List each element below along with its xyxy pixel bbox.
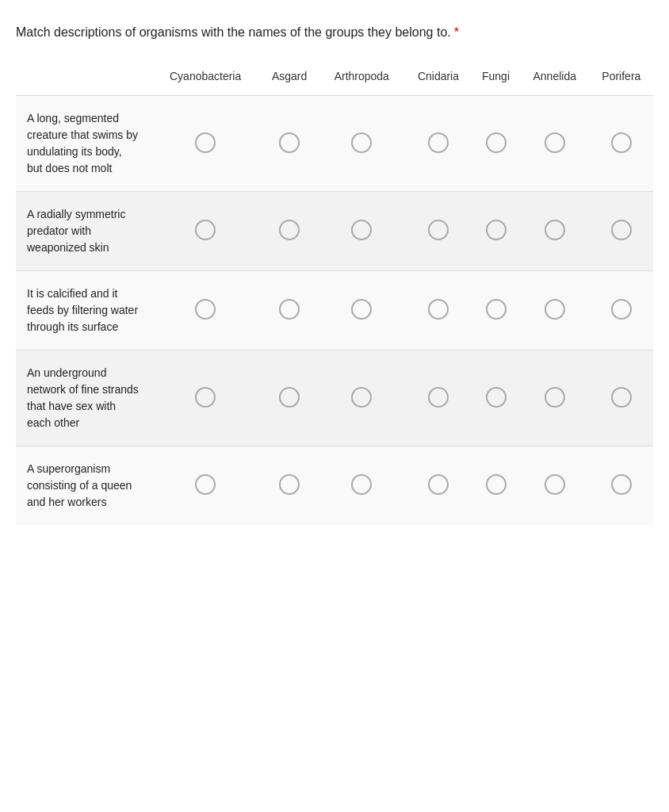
radio-2-arthropoda[interactable] bbox=[351, 220, 372, 240]
cell-1-4[interactable] bbox=[405, 96, 472, 192]
cell-3-3[interactable] bbox=[319, 271, 405, 350]
match-table: CyanobacteriaAsgardArthropodaCnidariaFun… bbox=[16, 63, 653, 525]
table-row: A radially symmetric predator with weapo… bbox=[16, 192, 653, 271]
radio-5-annelida[interactable] bbox=[545, 474, 565, 495]
column-header-arthropoda: Arthropoda bbox=[319, 63, 405, 96]
cell-2-3[interactable] bbox=[319, 192, 405, 271]
cell-5-6[interactable] bbox=[520, 446, 590, 526]
column-header-annelida: Annelida bbox=[520, 63, 590, 96]
cell-1-5[interactable] bbox=[472, 96, 520, 192]
column-header-cyanobacteria: Cyanobacteria bbox=[151, 63, 260, 96]
table-row: An underground network of fine strands t… bbox=[16, 350, 653, 446]
cell-5-2[interactable] bbox=[260, 446, 319, 526]
cell-4-7[interactable] bbox=[590, 350, 653, 446]
radio-5-asgard[interactable] bbox=[279, 474, 300, 495]
cell-2-7[interactable] bbox=[590, 192, 653, 271]
radio-2-cnidaria[interactable] bbox=[428, 220, 449, 240]
radio-2-fungi[interactable] bbox=[486, 220, 507, 240]
radio-5-fungi[interactable] bbox=[486, 474, 507, 495]
cell-3-7[interactable] bbox=[590, 271, 653, 350]
cell-3-2[interactable] bbox=[260, 271, 319, 350]
table-row: A long, segmented creature that swims by… bbox=[16, 96, 653, 192]
radio-1-cyanobacteria[interactable] bbox=[195, 132, 216, 153]
cell-4-2[interactable] bbox=[260, 350, 319, 446]
radio-5-arthropoda[interactable] bbox=[351, 474, 372, 495]
radio-1-annelida[interactable] bbox=[545, 132, 565, 153]
cell-1-7[interactable] bbox=[590, 96, 653, 192]
radio-4-porifera[interactable] bbox=[611, 387, 632, 408]
column-header-fungi: Fungi bbox=[472, 63, 520, 96]
cell-4-3[interactable] bbox=[319, 350, 405, 446]
column-header-asgard: Asgard bbox=[260, 63, 319, 96]
column-header-porifera: Porifera bbox=[590, 63, 653, 96]
table-row: It is calcified and it feeds by filterin… bbox=[16, 271, 653, 350]
cell-4-4[interactable] bbox=[405, 350, 472, 446]
cell-2-6[interactable] bbox=[520, 192, 590, 271]
cell-3-4[interactable] bbox=[405, 271, 472, 350]
radio-4-cnidaria[interactable] bbox=[428, 387, 449, 408]
radio-1-cnidaria[interactable] bbox=[428, 132, 449, 153]
row-description-1: A long, segmented creature that swims by… bbox=[16, 96, 151, 192]
cell-5-1[interactable] bbox=[151, 446, 260, 526]
cell-1-1[interactable] bbox=[151, 96, 260, 192]
radio-4-annelida[interactable] bbox=[545, 387, 565, 408]
radio-1-fungi[interactable] bbox=[486, 132, 507, 153]
column-header-row: CyanobacteriaAsgardArthropodaCnidariaFun… bbox=[16, 63, 653, 96]
radio-2-porifera[interactable] bbox=[611, 220, 632, 240]
cell-1-6[interactable] bbox=[520, 96, 590, 192]
cell-2-1[interactable] bbox=[151, 192, 260, 271]
cell-2-2[interactable] bbox=[260, 192, 319, 271]
cell-4-5[interactable] bbox=[472, 350, 520, 446]
description-column-header bbox=[16, 63, 151, 96]
radio-4-asgard[interactable] bbox=[279, 387, 300, 408]
cell-3-1[interactable] bbox=[151, 271, 260, 350]
cell-3-5[interactable] bbox=[472, 271, 520, 350]
row-description-2: A radially symmetric predator with weapo… bbox=[16, 192, 151, 271]
cell-5-4[interactable] bbox=[405, 446, 472, 526]
radio-3-porifera[interactable] bbox=[611, 299, 632, 320]
cell-1-3[interactable] bbox=[319, 96, 405, 192]
cell-4-6[interactable] bbox=[520, 350, 590, 446]
cell-5-5[interactable] bbox=[472, 446, 520, 526]
cell-4-1[interactable] bbox=[151, 350, 260, 446]
radio-3-asgard[interactable] bbox=[279, 299, 300, 320]
cell-1-2[interactable] bbox=[260, 96, 319, 192]
radio-5-cnidaria[interactable] bbox=[428, 474, 449, 495]
cell-5-7[interactable] bbox=[590, 446, 653, 526]
radio-3-cnidaria[interactable] bbox=[428, 299, 449, 320]
radio-2-cyanobacteria[interactable] bbox=[195, 220, 216, 240]
radio-3-arthropoda[interactable] bbox=[351, 299, 372, 320]
radio-4-cyanobacteria[interactable] bbox=[195, 387, 216, 408]
required-indicator: * bbox=[454, 25, 459, 39]
radio-5-cyanobacteria[interactable] bbox=[195, 474, 216, 495]
question-title: Match descriptions of organisms with the… bbox=[16, 24, 653, 41]
radio-3-fungi[interactable] bbox=[486, 299, 507, 320]
radio-1-asgard[interactable] bbox=[279, 132, 300, 153]
cell-2-5[interactable] bbox=[472, 192, 520, 271]
radio-2-asgard[interactable] bbox=[279, 220, 300, 240]
column-header-cnidaria: Cnidaria bbox=[405, 63, 472, 96]
cell-3-6[interactable] bbox=[520, 271, 590, 350]
radio-4-arthropoda[interactable] bbox=[351, 387, 372, 408]
cell-5-3[interactable] bbox=[319, 446, 405, 526]
radio-5-porifera[interactable] bbox=[611, 474, 632, 495]
cell-2-4[interactable] bbox=[405, 192, 472, 271]
radio-1-porifera[interactable] bbox=[611, 132, 632, 153]
row-description-4: An underground network of fine strands t… bbox=[16, 350, 151, 446]
row-description-3: It is calcified and it feeds by filterin… bbox=[16, 271, 151, 350]
radio-3-cyanobacteria[interactable] bbox=[195, 299, 216, 320]
radio-1-arthropoda[interactable] bbox=[351, 132, 372, 153]
table-row: A superorganism consisting of a queen an… bbox=[16, 446, 653, 526]
radio-3-annelida[interactable] bbox=[545, 299, 565, 320]
row-description-5: A superorganism consisting of a queen an… bbox=[16, 446, 151, 526]
radio-2-annelida[interactable] bbox=[545, 220, 565, 240]
radio-4-fungi[interactable] bbox=[486, 387, 507, 408]
